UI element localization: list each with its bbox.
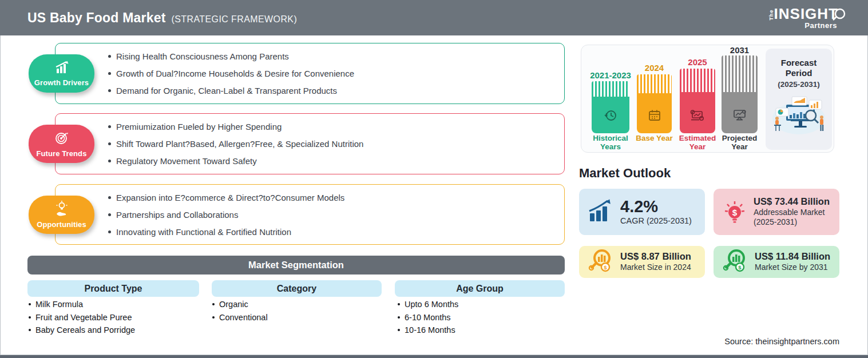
header-bar: US Baby Food Market (STRATEGIC FRAMEWORK… — [0, 0, 868, 35]
future-trends-list: Premiumization Fueled by Higher Spending… — [108, 122, 363, 166]
list-item: Demand for Organic, Clean-Label & Transp… — [108, 86, 354, 96]
future-trends-box: Premiumization Fueled by Higher Spending… — [55, 113, 565, 174]
market-size-2024-value: US$ 8.87 Billion — [620, 251, 691, 262]
addressable-market-range: (2025-2031) — [754, 217, 830, 228]
cagr-label: CAGR (2025-2031) — [620, 216, 692, 226]
timeline-year: 2031 — [713, 45, 766, 55]
forecast-illustration — [769, 93, 829, 138]
timeline-bar-projected — [722, 55, 758, 133]
growth-drivers-box: Rising Health Consciousness Among Parent… — [55, 43, 565, 104]
list-item: Regulatory Movement Toward Safety — [108, 156, 363, 166]
growth-chart-icon — [588, 198, 614, 226]
timeline-caption: Projected Year — [713, 134, 766, 152]
market-outlook-title: Market Outlook — [579, 166, 671, 181]
product-type-list: Milk Formula Fruit and Vegetable Puree B… — [29, 300, 135, 335]
market-size-2031-card: $ US$ 11.84 Billion Market Size by 2031 — [714, 246, 839, 278]
bar-chart-growth-icon — [53, 61, 70, 77]
list-item: 10-16 Months — [398, 325, 458, 335]
list-item: Fruit and Vegetable Puree — [29, 313, 135, 322]
age-group-list: Upto 6 Months 6-10 Months 10-16 Months — [398, 300, 458, 335]
list-item: Milk Formula — [29, 300, 135, 309]
growth-drivers-list: Rising Health Consciousness Among Parent… — [108, 51, 354, 96]
market-size-2024-label: Market Size in 2024 — [620, 262, 691, 273]
cagr-value: 4.2% — [620, 198, 692, 215]
svg-text:$: $ — [604, 264, 607, 271]
bulb-dollar-icon: $ — [722, 197, 747, 227]
opportunities-box: Expansion into E?commerce & Direct?to?Co… — [55, 184, 565, 245]
projection-screen-icon — [732, 108, 748, 125]
list-item: Growth of Dual?Income Households & Desir… — [108, 69, 354, 78]
list-item: Upto 6 Months — [398, 300, 458, 309]
list-item: Expansion into E?commerce & Direct?to?Co… — [108, 193, 344, 202]
growth-drivers-badge: Growth Drivers — [29, 54, 94, 93]
list-item: Conventional — [212, 313, 268, 322]
market-size-2031-value: US$ 11.84 Billion — [755, 251, 830, 262]
addressable-market-card: $ US$ 73.44 Billion Addressable Market (… — [714, 189, 839, 235]
calendar-icon — [647, 108, 662, 125]
addressable-market-label: Addressable Market — [754, 208, 830, 218]
page-title-wrap: US Baby Food Market (STRATEGIC FRAMEWORK… — [27, 10, 297, 26]
opportunities-badge: Opportunities — [29, 196, 94, 234]
segment-header-category: Category — [212, 280, 382, 297]
bulb-hand-icon — [54, 201, 69, 218]
market-segmentation-header: Market Segmentation — [27, 256, 565, 275]
logo-partners: Partners — [768, 22, 838, 29]
logo-the: The — [768, 15, 774, 21]
list-item: Rising Health Consciousness Among Parent… — [108, 51, 354, 61]
target-dart-icon — [54, 130, 69, 148]
logo-insight: INSIGHT — [774, 6, 838, 21]
list-item: Innovating with Functional & Fortified N… — [108, 227, 344, 237]
list-item: Premiumization Fueled by Higher Spending — [108, 122, 363, 132]
research-timeline-card: 2021-2023 Historical Years 2024 Base Yea… — [581, 45, 834, 153]
magnifier-chart-orange-icon: $ — [588, 248, 614, 276]
source-attribution: Source: theinsightpartners.com — [724, 337, 839, 346]
svg-text:$: $ — [732, 207, 738, 217]
timeline-bar-base — [637, 74, 672, 133]
forecast-period-panel: Forecast Period (2025-2031) — [766, 49, 832, 150]
list-item: Organic — [212, 300, 268, 309]
list-item: Shift Toward Plant?Based, Allergen?Free,… — [108, 139, 363, 149]
list-item: Partnerships and Collaborations — [108, 210, 344, 220]
market-size-2031-label: Market Size by 2031 — [755, 262, 830, 273]
badge-label: Growth Drivers — [34, 78, 89, 87]
bottom-accent-bar — [0, 355, 868, 358]
opportunities-list: Expansion into E?commerce & Direct?to?Co… — [108, 193, 344, 237]
market-size-2024-card: $ US$ 8.87 Billion Market Size in 2024 — [579, 246, 705, 278]
insight-partners-logo: The INSIGHT Partners — [768, 6, 838, 29]
list-item: 6-10 Months — [398, 313, 458, 322]
estimate-laptop-icon — [689, 109, 706, 125]
segment-header-age-group: Age Group — [395, 280, 565, 297]
timeline-year: 2025 — [671, 57, 724, 67]
history-clock-icon — [603, 108, 618, 125]
badge-label: Opportunities — [37, 220, 86, 229]
addressable-market-value: US$ 73.44 Billion — [754, 196, 830, 208]
forecast-period-range: (2025-2031) — [778, 80, 820, 89]
category-list: Organic Conventional — [212, 300, 268, 322]
magnifier-chart-green-icon: $ — [722, 248, 748, 276]
timeline-bar-historical — [592, 81, 629, 133]
future-trends-badge: Future Trends — [29, 125, 94, 163]
cagr-card: 4.2% CAGR (2025-2031) — [579, 189, 705, 235]
segment-header-product-type: Product Type — [27, 280, 199, 297]
forecast-period-title: Forecast Period — [775, 58, 823, 78]
list-item: Baby Cereals and Porridge — [29, 325, 135, 335]
page-title: US Baby Food Market — [27, 10, 166, 26]
infographic-canvas: US Baby Food Market (STRATEGIC FRAMEWORK… — [0, 0, 868, 358]
timeline-bar-estimated — [680, 69, 715, 133]
page-subtitle: (STRATEGIC FRAMEWORK) — [172, 14, 298, 25]
badge-label: Future Trends — [37, 149, 87, 158]
svg-text:$: $ — [738, 264, 742, 271]
